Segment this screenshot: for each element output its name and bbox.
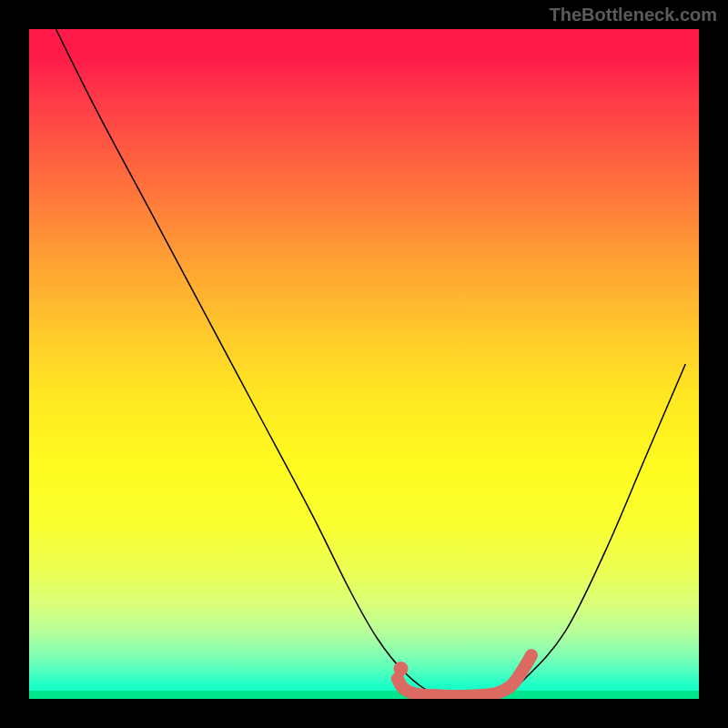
chart-plot-area [29,29,699,699]
optimal-marker-dot [393,662,408,676]
optimal-range-highlight [398,655,531,696]
bottleneck-curve [56,29,685,696]
chart-svg [29,29,699,699]
watermark-text: TheBottleneck.com [550,5,717,25]
